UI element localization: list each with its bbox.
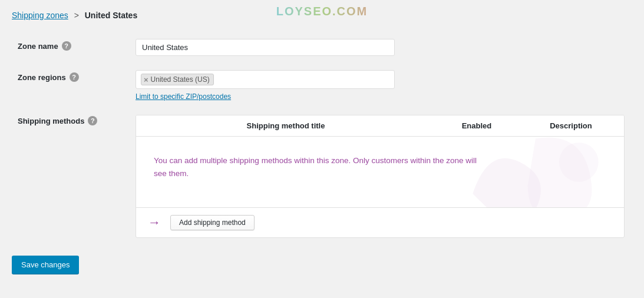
tag-label: United States (US)	[151, 75, 210, 84]
shipping-methods-row: Shipping methods ? Shipping method title…	[12, 108, 632, 245]
zone-name-label: Zone name ?	[18, 41, 124, 51]
methods-table-header: Shipping method title Enabled Descriptio…	[136, 115, 624, 137]
zone-regions-input[interactable]: × United States (US)	[136, 70, 395, 89]
svg-point-0	[559, 143, 599, 182]
methods-empty-text: You can add multiple shipping methods wi…	[154, 154, 484, 180]
zip-postcodes-link[interactable]: Limit to specific ZIP/postcodes	[136, 92, 231, 101]
col-header-enabled: Enabled	[435, 121, 518, 130]
settings-form: Zone name ? Zone regions ? × Uni	[12, 32, 632, 245]
shipping-methods-table: Shipping method title Enabled Descriptio…	[136, 115, 625, 238]
breadcrumb-separator: >	[74, 11, 79, 20]
zone-regions-row: Zone regions ? × United States (US) Limi…	[12, 63, 632, 108]
zone-name-input[interactable]	[136, 39, 395, 56]
zone-regions-help-icon[interactable]: ?	[70, 72, 79, 82]
save-changes-button[interactable]: Save changes	[12, 256, 79, 274]
col-header-description: Description	[518, 121, 624, 130]
breadcrumb: Shipping zones > United States	[12, 11, 632, 20]
col-header-title: Shipping method title	[136, 121, 435, 130]
breadcrumb-current: United States	[85, 11, 137, 20]
zone-name-help-icon[interactable]: ?	[62, 41, 71, 51]
add-method-row: → Add shipping method	[136, 207, 624, 237]
zone-region-tag: × United States (US)	[141, 74, 214, 85]
arrow-right-icon: →	[148, 216, 161, 229]
zone-regions-label: Zone regions ?	[18, 72, 124, 82]
shipping-methods-help-icon[interactable]: ?	[88, 116, 97, 125]
shipping-methods-label: Shipping methods ?	[18, 116, 124, 125]
methods-empty-state: You can add multiple shipping methods wi…	[136, 137, 624, 207]
zone-name-row: Zone name ?	[12, 32, 632, 63]
tag-remove-icon[interactable]: ×	[144, 76, 148, 84]
breadcrumb-link[interactable]: Shipping zones	[12, 11, 68, 20]
add-shipping-method-button[interactable]: Add shipping method	[170, 215, 255, 230]
